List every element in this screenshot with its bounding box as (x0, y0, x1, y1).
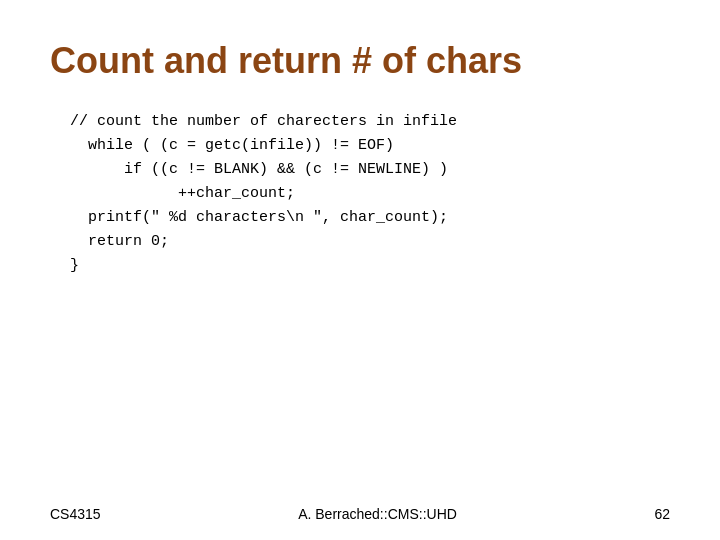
code-line-7: return 0; (70, 230, 670, 254)
code-line-8: } (70, 254, 670, 278)
code-line-1: // count the number of charecters in inf… (70, 110, 670, 134)
footer-center: A. Berrached::CMS::UHD (298, 506, 457, 522)
footer-right: 62 (654, 506, 670, 522)
code-line-6: printf(" %d characters\n ", char_count); (70, 206, 670, 230)
code-line-2: while ( (c = getc(infile)) != EOF) (70, 134, 670, 158)
code-block: // count the number of charecters in inf… (70, 110, 670, 278)
code-line-3: if ((c != BLANK) && (c != NEWLINE) ) (70, 158, 670, 182)
slide-container: Count and return # of chars // count the… (0, 0, 720, 540)
footer-left: CS4315 (50, 506, 101, 522)
footer: CS4315 A. Berrached::CMS::UHD 62 (0, 506, 720, 522)
code-line-4: ++char_count; (70, 182, 670, 206)
slide-title: Count and return # of chars (50, 40, 670, 82)
